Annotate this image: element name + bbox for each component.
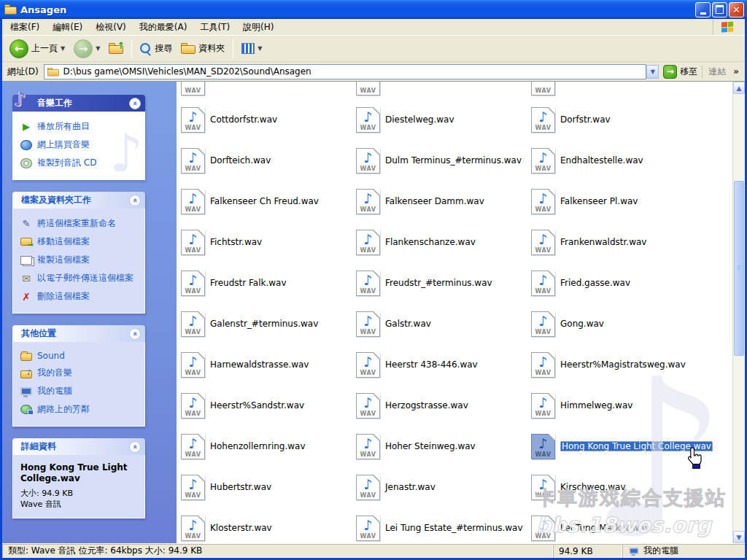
task-icon — [20, 158, 32, 168]
music-note-icon: ♪ — [357, 272, 379, 288]
task-link[interactable]: 播放所有曲目 — [20, 117, 140, 136]
other-places-panel: 其他位置 « Sound 我的音樂 — [12, 325, 145, 427]
collapse-chevron-icon[interactable]: « — [129, 98, 141, 109]
task-link[interactable]: 刪除這個檔案 — [20, 287, 140, 306]
file-item[interactable]: ♪ WAV Hohenzollernring.wav — [177, 426, 352, 467]
scrollbar-thumb[interactable] — [734, 181, 744, 356]
menu-item[interactable]: 我的最愛(A) — [133, 19, 194, 36]
vertical-scrollbar[interactable]: ▲ ▼ — [732, 82, 745, 543]
file-item[interactable]: ♪ WAV Cottdorfstr.wav — [177, 99, 352, 140]
menu-item[interactable]: 檔案(F) — [4, 19, 46, 36]
back-button[interactable]: ← 上一頁 ▼ — [7, 38, 68, 60]
file-item[interactable]: ♪ WAV Hong Kong True Light College.wav — [527, 426, 702, 467]
search-button[interactable]: 搜尋 — [137, 41, 175, 56]
place-link[interactable]: Sound — [20, 348, 140, 364]
wav-file-icon: ♪ WAV — [356, 230, 380, 255]
file-name: Flankenschanze.wav — [385, 237, 476, 247]
file-item[interactable]: ♪ WAV Flankenschanze.wav — [352, 222, 527, 262]
file-name: Heerstr%Magistratsweg.wav — [560, 359, 686, 370]
collapse-chevron-icon[interactable]: « — [129, 441, 141, 453]
file-item[interactable]: ♪ WAV Harnewaldstrasse.wav — [177, 344, 352, 385]
file-item[interactable]: ♪ WAV Dorfstr.wav — [527, 99, 702, 140]
menu-item[interactable]: 說明(H) — [236, 19, 280, 36]
details-header[interactable]: 詳細資料 « — [12, 438, 145, 455]
file-list-area[interactable]: WAV WAV WAV ♪ WAV Cottdorfstr.wav — [177, 82, 732, 543]
title-bar[interactable]: Ansagen ✕ — [0, 0, 747, 19]
file-item[interactable]: ♪ WAV Dorfteich.wav — [177, 140, 352, 181]
task-link[interactable]: 網上購買音樂 — [20, 136, 140, 154]
views-dropdown-icon[interactable]: ▼ — [258, 45, 262, 52]
go-button[interactable]: → 移至 — [659, 65, 702, 79]
scroll-down-button[interactable]: ▼ — [733, 531, 745, 543]
task-link[interactable]: 複製這個檔案 — [20, 251, 140, 269]
views-button[interactable]: ▼ — [239, 42, 265, 55]
file-item[interactable]: ♪ WAV Galenstr_#terminus.wav — [177, 303, 352, 344]
file-item[interactable]: ♪ WAV Falkenseer Pl.wav — [527, 181, 702, 222]
maximize-button[interactable] — [712, 2, 727, 18]
file-item[interactable]: ♪ WAV Freudstr Falk.wav — [177, 262, 352, 303]
collapse-chevron-icon[interactable]: « — [129, 195, 141, 206]
go-label: 移至 — [680, 66, 697, 78]
file-item[interactable]: ♪ WAV Fichtstr.wav — [177, 222, 352, 262]
minimize-button[interactable] — [695, 2, 711, 18]
place-link[interactable]: 網路上的芳鄰 — [20, 400, 140, 419]
folders-button[interactable]: 資料夾 — [178, 41, 228, 56]
file-item[interactable]: ♪ WAV Heerstr%Magistratsweg.wav — [527, 344, 702, 385]
links-toolbar[interactable]: 連結 » — [702, 66, 743, 78]
file-item[interactable]: ♪ WAV Herzogstrasse.wav — [352, 385, 527, 426]
back-label: 上一頁 — [31, 42, 58, 55]
scroll-up-button[interactable]: ▲ — [733, 82, 745, 94]
file-item[interactable]: ♪ WAV Frankenwaldstr.wav — [527, 222, 702, 262]
menu-item[interactable]: 檢視(V) — [89, 19, 133, 36]
address-input[interactable]: D:\bus game\OMSI\Vehicles\MAN_SD202\Soun… — [44, 64, 647, 79]
address-dropdown-button[interactable]: ▼ — [646, 65, 659, 79]
wav-file-icon: WAV — [356, 82, 380, 96]
file-item[interactable]: ♪ WAV Galstr.wav — [352, 303, 527, 344]
other-places-header[interactable]: 其他位置 « — [12, 325, 145, 342]
music-note-icon: ♪ — [182, 109, 204, 125]
up-button[interactable]: ↑ — [106, 42, 126, 55]
file-tasks-header[interactable]: 檔案及資料夾工作 « — [12, 192, 145, 209]
menu-item[interactable]: 編輯(E) — [46, 19, 89, 36]
music-note-icon: ♪ — [182, 517, 204, 533]
task-icon — [20, 140, 32, 150]
file-item[interactable]: ♪ WAV Lei Tung Estate_#terminus.wav — [352, 508, 527, 543]
music-tasks-header[interactable]: ♪ 音樂工作 « — [12, 95, 145, 112]
task-link[interactable]: 將這個檔案重新命名 — [20, 214, 140, 233]
file-item[interactable]: ♪ WAV Falkenseer Ch Freud.wav — [177, 181, 352, 222]
file-name: Fried.gasse.wav — [560, 278, 630, 288]
file-item[interactable]: ♪ WAV Hoher Steinweg.wav — [352, 426, 527, 467]
wav-file-icon: ♪ WAV — [356, 393, 380, 419]
task-link[interactable]: 以電子郵件傳送這個檔案 — [20, 269, 140, 287]
file-item[interactable]: ♪ WAV Lei Tung Market.wav — [527, 508, 702, 543]
task-link[interactable]: 移動這個檔案 — [20, 233, 140, 251]
forward-dropdown-icon[interactable]: ▼ — [96, 45, 100, 52]
details-file-type: Wave 音訊 — [20, 499, 140, 510]
file-item[interactable]: ♪ WAV Hubertstr.wav — [177, 467, 352, 508]
place-link[interactable]: 我的電腦 — [20, 382, 140, 400]
file-item[interactable]: ♪ WAV Himmelweg.wav — [527, 385, 702, 426]
file-item[interactable]: ♪ WAV Dulm Terminus_#terminus.wav — [352, 140, 527, 181]
file-item[interactable]: ♪ WAV Heerstr 438-446.wav — [352, 344, 527, 385]
file-item[interactable]: ♪ WAV Endhaltestelle.wav — [527, 140, 702, 181]
file-item[interactable]: ♪ WAV Falkenseer Damm.wav — [352, 181, 527, 222]
file-item[interactable]: ♪ WAV Jenastr.wav — [352, 467, 527, 508]
collapse-chevron-icon[interactable]: « — [129, 328, 141, 340]
place-link[interactable]: 我的音樂 — [20, 364, 140, 382]
file-item[interactable]: ♪ WAV Diestelweg.wav — [352, 99, 527, 140]
file-item[interactable]: ♪ WAV Fried.gasse.wav — [527, 262, 702, 303]
back-dropdown-icon[interactable]: ▼ — [61, 45, 65, 52]
forward-button[interactable]: → ▼ — [71, 38, 103, 60]
task-icon — [20, 273, 32, 284]
file-item[interactable]: ♪ WAV Klosterstr.wav — [177, 508, 352, 543]
file-item[interactable]: ♪ WAV Gong.wav — [527, 303, 702, 344]
menu-item[interactable]: 工具(T) — [193, 19, 236, 36]
close-button[interactable]: ✕ — [729, 2, 744, 18]
file-item[interactable]: ♪ WAV Heerstr%Sandstr.wav — [177, 385, 352, 426]
task-link[interactable]: 複製到音訊 CD — [20, 154, 140, 172]
links-chevron-icon[interactable]: » — [733, 66, 739, 77]
file-item[interactable]: ♪ WAV Kirschweg.wav — [527, 467, 702, 508]
file-item[interactable]: ♪ WAV Freudstr_#terminus.wav — [352, 262, 527, 303]
music-note-icon: ♪ — [182, 149, 204, 166]
scrollbar-track[interactable] — [733, 94, 745, 531]
